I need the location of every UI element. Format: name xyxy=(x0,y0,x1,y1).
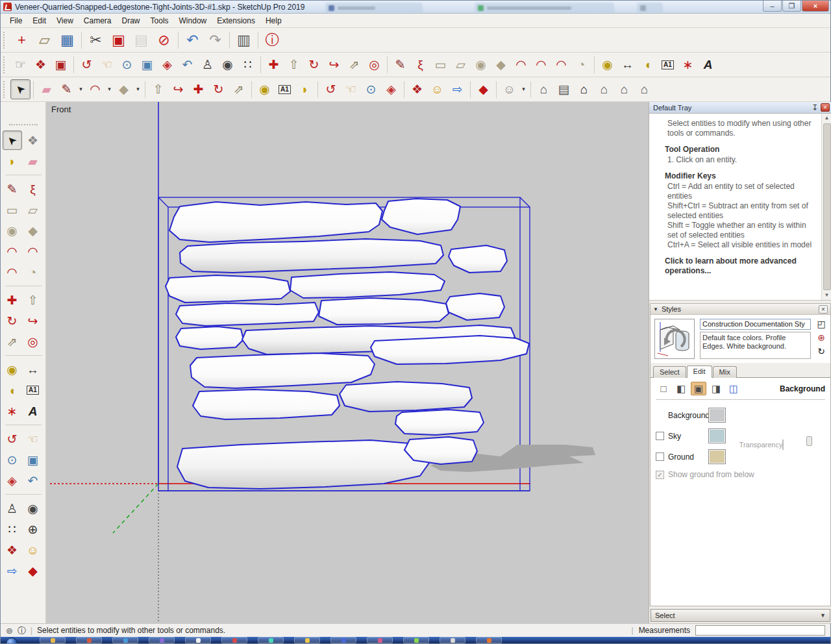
secondary-pane-toggle-icon[interactable]: ◰ xyxy=(817,319,825,328)
open-button[interactable]: ▱ xyxy=(33,29,56,51)
arc-tool[interactable]: ◠ xyxy=(85,79,105,99)
sign-in-caret[interactable]: ▾ xyxy=(519,79,528,99)
zoom-extents-button[interactable]: ◈ xyxy=(157,55,177,75)
edge-settings-icon[interactable]: □ xyxy=(656,382,671,395)
taskbar-app-3[interactable] xyxy=(112,637,138,643)
rectangle-tool[interactable]: ▭ xyxy=(430,55,451,75)
scroll-up-icon[interactable]: ▲ xyxy=(825,114,830,123)
taskbar-app-10[interactable] xyxy=(367,637,393,643)
rotate-tool[interactable]: ↻ xyxy=(304,55,324,75)
save-button[interactable]: ▦ xyxy=(56,29,79,51)
menu-item[interactable]: View xyxy=(51,14,79,27)
zoom-window-tool[interactable]: ▣ xyxy=(137,55,157,75)
restore-button[interactable]: ❐ xyxy=(782,1,801,12)
two-point-arc-tool[interactable]: ◠ xyxy=(531,55,551,75)
style-description-field[interactable]: Default face colors. Profile Edges. Whit… xyxy=(700,332,811,359)
taskbar-app-5[interactable] xyxy=(185,637,211,643)
model-viewport[interactable]: Front xyxy=(46,102,649,623)
three-d-text-tool[interactable]: A xyxy=(23,401,43,421)
separator[interactable] xyxy=(387,56,388,73)
background-color-swatch[interactable] xyxy=(708,408,726,423)
zoom-extents-button[interactable]: ◈ xyxy=(381,79,401,99)
watermark-settings-icon[interactable]: ◨ xyxy=(708,382,724,395)
eraser-tool[interactable]: ▰ xyxy=(23,151,43,171)
push-pull-tool[interactable]: ⇧ xyxy=(148,79,168,99)
menu-item[interactable]: Camera xyxy=(79,14,117,27)
arc-tool[interactable]: ◠ xyxy=(3,242,22,261)
taskbar-app-2[interactable] xyxy=(76,637,102,643)
orbit-tool[interactable]: ↺ xyxy=(77,55,97,75)
orbit-tool[interactable]: ↺ xyxy=(3,429,22,449)
taskbar-app-7[interactable] xyxy=(258,637,284,643)
zoom-extents-button[interactable]: ◈ xyxy=(3,471,22,490)
follow-me-tool[interactable]: ↪ xyxy=(23,311,43,330)
model-info-button[interactable]: ⓘ xyxy=(261,29,284,51)
position-camera-tool[interactable]: ♙ xyxy=(197,55,217,75)
orbit-tool[interactable]: ↺ xyxy=(321,79,341,99)
follow-me-tool[interactable]: ↪ xyxy=(168,79,188,99)
pan-tool[interactable]: ☜ xyxy=(97,55,117,75)
look-around-tool[interactable]: ◉ xyxy=(217,55,238,75)
collapsed-select-tray[interactable]: Select ▼ xyxy=(651,609,830,622)
taskbar-app-13[interactable] xyxy=(476,637,502,643)
push-pull-tool[interactable]: ⇧ xyxy=(23,290,43,310)
select-tool[interactable]: ➤ xyxy=(3,130,22,150)
tab-mix[interactable]: Mix xyxy=(713,366,737,378)
update-style-icon[interactable]: ↻ xyxy=(817,347,825,356)
undo-button[interactable]: ↶ xyxy=(181,29,204,51)
tray-header[interactable]: Default Tray ↧ × xyxy=(649,102,831,114)
styles-close-icon[interactable]: × xyxy=(819,305,828,314)
follow-me-tool[interactable]: ↪ xyxy=(324,55,344,75)
paint-bucket-tool[interactable]: ◗ xyxy=(295,79,315,99)
extension-warehouse-button[interactable]: ☺ xyxy=(427,79,447,99)
extension-warehouse-button[interactable]: ☺ xyxy=(23,540,43,560)
move-tool[interactable]: ✚ xyxy=(188,79,208,99)
rotate-tool[interactable]: ↻ xyxy=(208,79,229,99)
pan-tool[interactable]: ☜ xyxy=(23,429,43,449)
scale-tool[interactable]: ⇗ xyxy=(3,332,22,351)
sky-checkbox[interactable] xyxy=(656,432,664,440)
component-extract-tool[interactable]: ▣ xyxy=(51,55,71,75)
polygon-tool[interactable]: ◆ xyxy=(491,55,511,75)
learn-more-link[interactable]: Click to learn about more advanced opera… xyxy=(665,256,817,276)
ledgestone-stack[interactable] xyxy=(166,199,529,489)
protractor-tool[interactable]: ◖ xyxy=(638,55,658,75)
pie-tool[interactable]: ◔ xyxy=(23,262,43,282)
delete-button[interactable]: ⊘ xyxy=(153,29,175,51)
pie-tool[interactable]: ◔ xyxy=(571,55,591,75)
separator[interactable] xyxy=(260,56,261,73)
copy-button[interactable]: ▣ xyxy=(107,29,130,51)
arc-tool[interactable]: ◠ xyxy=(511,55,531,75)
separator[interactable] xyxy=(5,355,42,356)
tray-close-icon[interactable]: × xyxy=(821,103,830,112)
send-to-layout-button[interactable]: ⇨ xyxy=(447,79,467,99)
view-left-button[interactable]: ⌂ xyxy=(634,79,654,99)
redo-button[interactable]: ↷ xyxy=(204,29,227,51)
toolbar-grip[interactable] xyxy=(3,81,8,98)
send-to-layout-button[interactable]: ⇨ xyxy=(3,561,22,580)
walk-tool[interactable]: ∷ xyxy=(3,519,22,539)
menu-item[interactable]: Tools xyxy=(145,14,174,27)
collapse-triangle-icon[interactable]: ▼ xyxy=(653,306,658,312)
title-bar[interactable]: Veneer-Quarried-Snapped-Ledgestone-Tight… xyxy=(1,1,830,14)
new-button[interactable]: + xyxy=(10,29,33,51)
separator[interactable] xyxy=(258,32,258,49)
scrollbar-thumb[interactable] xyxy=(823,123,831,290)
separator[interactable] xyxy=(530,81,531,98)
instructor-scrollbar[interactable]: ▲ ▼ xyxy=(821,114,831,300)
toolbar-grip[interactable] xyxy=(3,56,8,73)
look-around-tool[interactable]: ◉ xyxy=(23,499,43,518)
position-camera-tool[interactable]: ♙ xyxy=(3,499,22,518)
line-tool[interactable]: ✎ xyxy=(3,179,22,199)
walk-tool[interactable]: ∷ xyxy=(238,55,258,75)
move-tool[interactable]: ✚ xyxy=(3,290,22,310)
separator[interactable] xyxy=(5,494,42,495)
line-tool[interactable]: ✎ xyxy=(390,55,410,75)
offset-tool[interactable]: ◎ xyxy=(364,55,384,75)
freehand-tool[interactable]: ξ xyxy=(23,179,43,199)
axes-tool[interactable]: ∗ xyxy=(678,55,698,75)
info-icon[interactable]: ⓘ xyxy=(18,626,26,635)
view-back-button[interactable]: ⌂ xyxy=(614,79,634,99)
taskbar-app-1[interactable] xyxy=(40,637,66,643)
dimension-tool[interactable]: ↔ xyxy=(617,55,638,75)
